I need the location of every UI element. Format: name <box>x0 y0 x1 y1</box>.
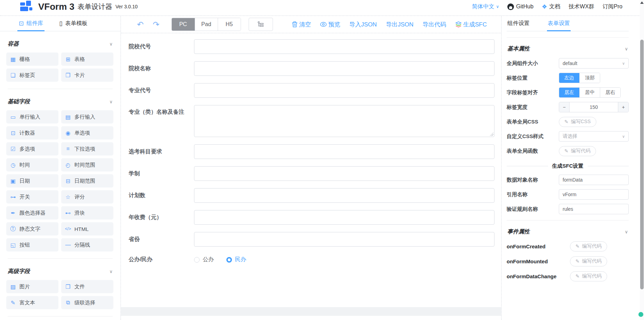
edit-functions-button[interactable]: ✎ 编写代码 <box>559 146 596 156</box>
field-input[interactable] <box>194 210 494 225</box>
widget-item-rich-editor[interactable]: ✎富文本 <box>6 296 58 309</box>
form-field-row[interactable]: 院校名称 <box>129 61 494 76</box>
field-label: 年收费（元） <box>129 214 194 221</box>
node-tree-button[interactable] <box>249 18 273 31</box>
language-dropdown[interactable]: 简体中文 ∨ <box>472 3 499 10</box>
device-h5-button[interactable]: H5 <box>218 18 241 31</box>
floating-badge[interactable] <box>638 312 643 317</box>
widget-item-rate[interactable]: ☆评分 <box>61 190 113 203</box>
redo-button[interactable]: ↷ <box>153 21 159 29</box>
subscribe-pro-link[interactable]: 订阅Pro <box>603 3 622 10</box>
widget-item-time-range[interactable]: ◴时间范围 <box>61 158 113 171</box>
section-basic-props[interactable]: 基本属性 ∨ <box>507 45 628 53</box>
label-align-right[interactable]: 居右 <box>600 88 620 97</box>
stepper-minus-button[interactable]: − <box>559 102 570 112</box>
label-align-left[interactable]: 居左 <box>559 88 579 97</box>
widget-item-select[interactable]: ≡下拉选项 <box>61 142 113 155</box>
radio-option-private[interactable]: 民办 <box>226 256 246 263</box>
field-input[interactable] <box>194 83 494 98</box>
label-position-left[interactable]: 左边 <box>559 73 579 83</box>
undo-button[interactable]: ↶ <box>137 21 144 29</box>
form-field-row[interactable]: 年收费（元） <box>129 210 494 225</box>
widget-item-static-text[interactable]: Ⓣ静态文字 <box>6 222 58 235</box>
edit-css-button[interactable]: ✎ 编写CSS <box>559 117 596 127</box>
field-input[interactable] <box>194 166 494 181</box>
label-width-value[interactable]: 150 <box>570 102 618 112</box>
edit-onformcreated-button[interactable]: ✎ 编写代码 <box>570 241 607 251</box>
field-input[interactable] <box>194 188 494 203</box>
stepper-plus-button[interactable]: + <box>618 102 628 112</box>
field-input[interactable] <box>194 39 494 54</box>
form-field-row[interactable]: 学制 <box>129 166 494 181</box>
edit-onformmounted-button[interactable]: ✎ 编写代码 <box>570 256 607 266</box>
widget-item-date[interactable]: ▣日期 <box>6 174 58 187</box>
field-textarea[interactable] <box>194 105 494 137</box>
tab-form-template[interactable]: ▯ 表单模板 <box>59 16 87 31</box>
widget-item-divider[interactable]: —分隔线 <box>61 238 113 251</box>
form-field-row[interactable]: 专业代号 <box>129 83 494 98</box>
preview-button[interactable]: 预览 <box>320 21 340 29</box>
widget-item-textarea[interactable]: ▤多行输入 <box>61 110 113 123</box>
section-container[interactable]: 容器 ∨ <box>8 40 113 48</box>
docs-layers-icon: ❖ <box>542 3 547 10</box>
widget-item-html[interactable]: </>HTML <box>61 222 113 235</box>
custom-css-select[interactable]: 请选择 ∨ <box>559 131 629 142</box>
form-field-row[interactable]: 公办/民办 公办 民办 <box>129 256 494 263</box>
device-pc-button[interactable]: PC <box>172 18 195 31</box>
form-field-row[interactable]: 专业（类）名称及备注 <box>129 105 494 137</box>
label-align-center[interactable]: 居中 <box>579 88 600 97</box>
section-event-props[interactable]: 事件属性 ∨ <box>507 228 628 235</box>
widget-item-switch[interactable]: ⊶开关 <box>6 190 58 203</box>
tab-widget-settings[interactable]: 组件设置 <box>507 16 530 31</box>
switch-icon: ⊶ <box>10 194 16 200</box>
widget-size-select[interactable]: default ∨ <box>559 58 629 69</box>
widget-item-radio[interactable]: ◉单选项 <box>61 126 113 139</box>
rules-name-input[interactable]: rules <box>559 204 629 214</box>
scrollbar-up-arrow-icon[interactable] <box>640 1 644 4</box>
widget-item-tab[interactable]: ❏标签页 <box>6 69 58 82</box>
import-json-button[interactable]: 导入JSON <box>349 21 377 29</box>
widget-item-button[interactable]: ◱按钮 <box>6 238 58 251</box>
widget-item-file-upload[interactable]: ❒文件 <box>61 280 113 293</box>
radio-option-public[interactable]: 公办 <box>194 256 214 263</box>
scrollbar-thumb[interactable] <box>640 40 644 289</box>
widget-item-number[interactable]: ⊡计数器 <box>6 126 58 139</box>
section-basic-fields[interactable]: 基础字段 ∨ <box>8 98 113 105</box>
widget-item-grid[interactable]: ▦栅格 <box>6 53 58 66</box>
widget-item-table[interactable]: ⊞表格 <box>61 53 113 66</box>
tab-form-settings[interactable]: 表单设置 <box>548 16 570 31</box>
widget-item-slider[interactable]: ⊷滑块 <box>61 206 113 219</box>
form-canvas[interactable]: 院校代号 院校名称 专业代号 专业（类）名称及备注 选考科目要求 学制 <box>121 33 501 320</box>
device-pad-button[interactable]: Pad <box>195 18 218 31</box>
widget-item-picture-upload[interactable]: ▨图片 <box>6 280 58 293</box>
form-field-row[interactable]: 计划数 <box>129 188 494 203</box>
field-input[interactable] <box>194 232 494 247</box>
data-object-name-input[interactable]: formData <box>559 175 629 185</box>
vertical-scrollbar[interactable] <box>640 0 644 320</box>
generate-sfc-button[interactable]: 生成SFC <box>455 21 487 29</box>
ref-name-input[interactable]: vForm <box>559 189 629 200</box>
section-advanced-fields[interactable]: 高级字段 ∨ <box>8 268 113 275</box>
form-field-row[interactable]: 省份 <box>129 232 494 247</box>
docs-link[interactable]: ❖ 文档 <box>542 3 560 10</box>
tab-component-library[interactable]: ⊡ 组件库 <box>19 16 43 31</box>
wx-group-link[interactable]: 技术WX群 <box>569 3 594 10</box>
export-code-button[interactable]: 导出代码 <box>422 21 446 29</box>
form-field-row[interactable]: 院校代号 <box>129 39 494 54</box>
widget-item-time[interactable]: ◷时间 <box>6 158 58 171</box>
widget-item-cascader[interactable]: ⧉级联选择 <box>61 296 113 309</box>
widget-item-card[interactable]: ❐卡片 <box>61 69 113 82</box>
field-input[interactable] <box>194 144 494 159</box>
widget-item-input[interactable]: ▭单行输入 <box>6 110 58 123</box>
widget-item-date-range[interactable]: ⊟日期范围 <box>61 174 113 187</box>
github-link[interactable]: GitHub <box>507 3 533 10</box>
label-position-top[interactable]: 顶部 <box>579 73 600 83</box>
event-onformdatachange-label: onFormDataChange <box>507 273 570 279</box>
clear-button[interactable]: 清空 <box>292 21 311 29</box>
widget-item-color[interactable]: ✒颜色选择器 <box>6 206 58 219</box>
export-json-button[interactable]: 导出JSON <box>386 21 413 29</box>
edit-onformdatachange-button[interactable]: ✎ 编写代码 <box>570 271 607 281</box>
widget-item-checkbox[interactable]: ☑多选项 <box>6 142 58 155</box>
field-input[interactable] <box>194 61 494 76</box>
form-field-row[interactable]: 选考科目要求 <box>129 144 494 159</box>
